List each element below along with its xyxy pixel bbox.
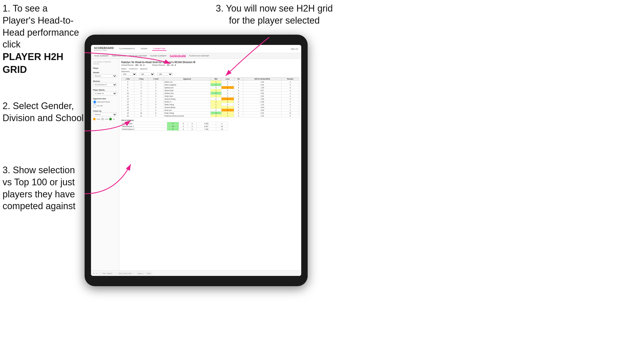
redo-icon[interactable]: ↪ <box>96 272 97 274</box>
h2h-table: # Div # Reg # Conf Opponent Win Loss Tie… <box>121 77 299 117</box>
undo-icon[interactable]: ↩ <box>93 272 94 274</box>
subnav-player-summary[interactable]: PLAYER SUMMARY <box>150 55 167 57</box>
nav-tournaments[interactable]: TOURNAMENTS <box>118 47 136 51</box>
save-custom-button[interactable]: Save Custom View <box>117 272 133 275</box>
subnav-team-h2h-heatmap[interactable]: TEAM H2H HEATMAP <box>129 55 147 57</box>
ipad-device: SCOREBOARD Powered by clippd TOURNAMENTS… <box>85 35 308 286</box>
col-conf: # Conf <box>148 78 164 81</box>
view-original-button[interactable]: View: Original <box>102 272 113 275</box>
division-record-value: 331 - 34 - 6 <box>167 64 176 66</box>
toolbar: ↩ ↪ View: Original Save Custom View Watc… <box>91 270 301 276</box>
colour-by-section: Colour by Win/loss Down Level Up <box>93 110 117 120</box>
nav-committee[interactable]: COMMITTEE <box>152 47 166 51</box>
subnav-team-summary[interactable]: TEAM SUMMARY <box>94 55 109 57</box>
legend-dot-down <box>93 118 96 120</box>
table-row: 9 1 4 Sharon Mun 1 0 0 3.67 3 <box>122 89 299 92</box>
main-content: Last Updated: 27/03/2024 16:55:38 Player… <box>91 59 301 276</box>
table-header-row: # Div # Reg # Conf Opponent Win Loss Tie… <box>122 78 299 81</box>
conference-filter-col: Conference <box>129 68 137 70</box>
colour-by-label: Colour by <box>93 110 117 112</box>
filter-dropdowns-row: Opponents: (All) (All) (All) <box>121 71 299 76</box>
share-button[interactable]: Share <box>146 272 152 275</box>
logo-sub: Powered by clippd <box>94 50 114 51</box>
region-filter-label: Region <box>121 68 126 70</box>
legend-label-level: Level <box>105 118 108 120</box>
nav-teams[interactable]: TEAMS <box>139 47 149 51</box>
overall-record: Overall Record: 353 - 34 - 6 <box>121 64 144 66</box>
grid-records: Overall Record: 353 - 34 - 6 Division Re… <box>121 64 299 66</box>
colour-by-select[interactable]: Win/loss <box>93 113 117 116</box>
instruction-3-left-text: 3. Show selection vs Top 100 or just pla… <box>3 165 75 211</box>
table-row: 6 3 3 Sydney Kuo 0 1 0 -1.00 4 <box>122 86 299 89</box>
instruction-2: 2. Select Gender, Division and School <box>3 100 85 124</box>
ipad-screen: SCOREBOARD Powered by clippd TOURNAMENTS… <box>91 45 301 276</box>
legend-label-up: Up <box>113 118 115 120</box>
last-updated: Last Updated: 27/03/2024 16:55:38 <box>93 61 117 65</box>
opponent-filter-label: Opponent <box>140 68 147 70</box>
table-row: 14 7 4 Eunice Yi 2 2 0 0.38 9 <box>122 100 299 103</box>
ood-row: Foreign Team 1 0 0 4.500 2 <box>122 122 228 125</box>
radio-top100-input[interactable] <box>93 104 96 108</box>
subnav-player-h2h-grid[interactable]: PLAYER H2H GRID <box>170 55 186 57</box>
legend-label-down: Down <box>97 118 100 120</box>
radio-top100: Top 100 <box>93 104 117 108</box>
instruction-1-bold: PLAYER H2H GRID <box>3 51 63 75</box>
opponents-select[interactable]: (All) <box>121 73 137 76</box>
table-row: 10 6 3 Andrea York 2 0 0 4.00 4 <box>122 92 299 95</box>
player-rank-section: Player (Rank) 8. Katelyn Vo <box>93 89 117 95</box>
ood-row: NCAA Division 2 5 0 0 7.400 10 <box>122 128 228 131</box>
toolbar-sep-3 <box>134 272 135 275</box>
sub-nav: TEAM SUMMARY TEAM H2H GRID TEAM H2H HEAT… <box>91 53 301 59</box>
division-record: Division Record: 331 - 34 - 6 <box>152 64 176 66</box>
overall-record-value: 353 - 34 - 6 <box>135 64 145 66</box>
player-section: Player <box>93 67 117 69</box>
nav-bar: SCOREBOARD Powered by clippd TOURNAMENTS… <box>91 45 301 53</box>
subnav-player-h2h-heatmap[interactable]: PLAYER H2H HEATMAP <box>189 55 209 57</box>
subnav-team-h2h-grid[interactable]: TEAM H2H GRID <box>112 55 126 57</box>
gender-select[interactable]: Women's <box>93 74 117 78</box>
opponents-col: Opponents: (All) <box>121 71 137 76</box>
nav-links: TOURNAMENTS TEAMS COMMITTEE <box>118 47 286 51</box>
conference-select[interactable]: (All) <box>139 73 155 76</box>
last-updated-date: Last Updated: 27/03/2024 <box>93 61 117 63</box>
table-row: 16 1 3 Jessica Mason 1 2 0 -0.94 7 <box>122 106 299 109</box>
conference-filter-label: Conference <box>129 68 137 70</box>
filter-row: Region Conference Opponent <box>121 68 299 70</box>
instruction-1-text: 1. To see a Player's Head-to-Head perfor… <box>3 3 79 50</box>
legend-dot-level <box>101 118 104 120</box>
table-row: 13 1 1 Jessica Huang 0 1 0 -3.00 2 <box>122 98 299 100</box>
table-row: 19 10 6 Emily Chang 4 1 0 0.30 11 <box>122 112 299 114</box>
player-rank-select[interactable]: 8. Katelyn Vo <box>93 92 117 95</box>
col-diff: Diff Av Strokes/Rnd <box>243 78 281 81</box>
opponent-view-section: Opponent view Opponents Played Top 100 <box>93 98 117 108</box>
last-updated-time: 16:55:38 <box>93 63 117 65</box>
legend-row: Down Level Up <box>93 118 117 120</box>
table-row: 20 11 7 Federica Domecq Lacroze 2 1 0 1.… <box>122 114 299 117</box>
watch-button[interactable]: Watch ▾ <box>137 272 144 275</box>
table-row: 3 1 1 Esther Lee 1 0 0 1.50 4 <box>122 81 299 83</box>
gender-section: Gender Women's <box>93 72 117 78</box>
table-row: 11 2 5 Heejo Hyun 1 0 0 3.33 3 <box>122 95 299 98</box>
table-row: 18 2 2 Euna Lee 0 1 0 -5.00 2 <box>122 109 299 112</box>
toolbar-sep-2 <box>115 272 115 275</box>
radio-opponents-played: Opponents Played <box>93 100 117 104</box>
out-of-division-label: Out of division <box>121 119 299 121</box>
ood-row: NAIA Division 1 15 0 0 9.267 30 <box>122 125 228 128</box>
left-panel: Last Updated: 27/03/2024 16:55:38 Player… <box>91 59 119 276</box>
opponent-view-label: Opponent view <box>93 98 117 100</box>
instruction-3-top-text: 3. You will now see H2H grid for the pla… <box>216 3 333 26</box>
radio-opponents-label: Opponents Played <box>97 101 110 103</box>
grid-title: Katelyn Vo Head-to-Head Grid for Women's… <box>121 61 299 64</box>
region-filter-col: Region <box>121 68 126 70</box>
col-tie: Tie <box>234 78 243 81</box>
instruction-3-left: 3. Show selection vs Top 100 or just pla… <box>3 164 85 212</box>
division-select[interactable]: NCAA Division III <box>93 83 117 86</box>
sign-out-button[interactable]: Sign out <box>291 48 298 50</box>
opponent-select[interactable]: (All) <box>157 73 173 76</box>
legend-dot-up <box>109 118 112 120</box>
division-section: Division NCAA Division III <box>93 80 117 86</box>
radio-opponents-input[interactable] <box>93 100 96 104</box>
col-div: # Div <box>122 78 134 81</box>
table-row: 15 8 5 Stella Cheng 1 0 0 1.25 4 <box>122 103 299 106</box>
instruction-2-text: 2. Select Gender, Division and School <box>3 101 84 123</box>
